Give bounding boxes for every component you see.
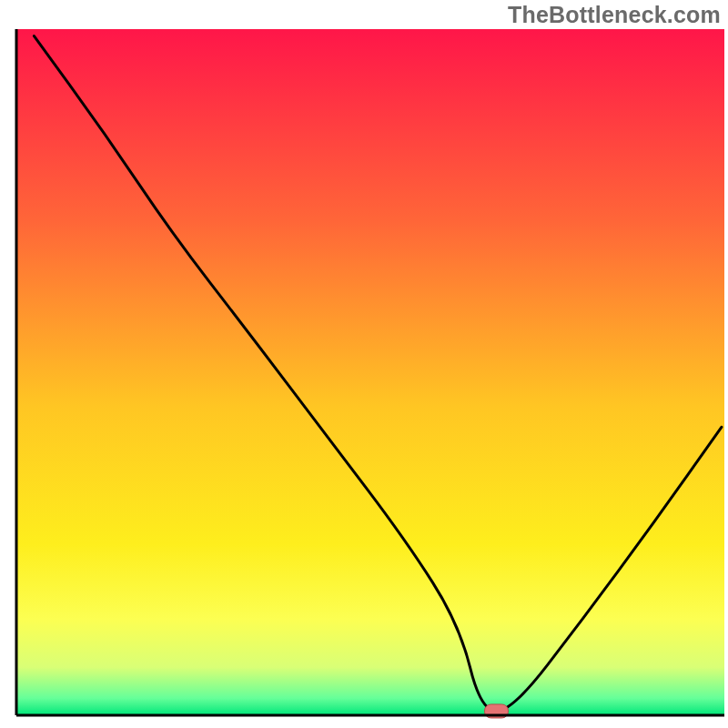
watermark-text: TheBottleneck.com	[508, 2, 721, 28]
plot-background	[16, 29, 724, 715]
bottleneck-chart: TheBottleneck.com	[0, 0, 728, 728]
chart-svg	[0, 0, 728, 728]
